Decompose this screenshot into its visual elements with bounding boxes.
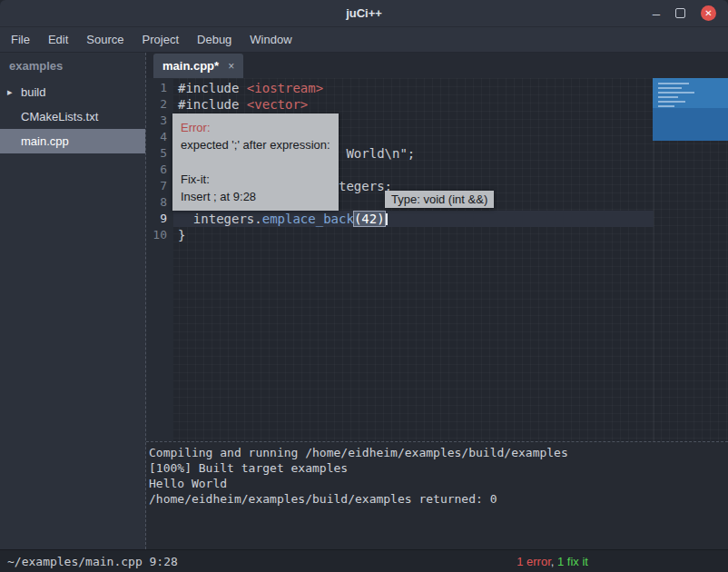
type-tooltip: Type: void (int &&) xyxy=(385,191,494,208)
code-line-1[interactable]: #include <iostream> xyxy=(173,80,728,96)
terminal-output[interactable]: Compiling and running /home/eidheim/exam… xyxy=(146,441,728,549)
code-segment: <iostream> xyxy=(247,81,323,95)
line-number-1: 1 xyxy=(146,80,173,96)
editor: 12345678910 #include <iostream>#include … xyxy=(146,78,728,441)
menu-item-window[interactable]: Window xyxy=(241,27,300,53)
code-segment: (42) xyxy=(354,212,385,226)
minimize-icon[interactable]: – xyxy=(653,6,660,20)
line-number-gutter: 12345678910 xyxy=(146,78,173,441)
minimap-line xyxy=(658,83,689,84)
code-segment: #include xyxy=(178,97,247,112)
tab-label: main.cpp* xyxy=(162,59,219,73)
tabbar: main.cpp*× xyxy=(146,53,728,78)
status-diagnostics: 1 error, 1 fix it xyxy=(516,555,588,568)
maximize-icon[interactable] xyxy=(675,8,685,18)
terminal-line: Compiling and running /home/eidheim/exam… xyxy=(149,445,728,460)
minimap-line xyxy=(658,87,682,89)
code-line-10[interactable]: } xyxy=(173,227,728,243)
file-tree-item-main-cpp[interactable]: main.cpp xyxy=(0,129,145,153)
code-segment: #include xyxy=(178,81,247,95)
file-label: CMakeLists.txt xyxy=(21,110,98,123)
titlebar: juCi++ – ✕ xyxy=(0,0,728,27)
error-tooltip-title: Error: xyxy=(181,119,330,136)
error-tooltip-message: expected ';' after expression: xyxy=(181,136,330,153)
tab-close-icon[interactable]: × xyxy=(228,60,234,73)
code-segment: integers. xyxy=(178,212,262,226)
file-tree-item-build[interactable]: ▸build xyxy=(0,80,145,104)
line-number-6: 6 xyxy=(146,162,173,178)
line-number-10: 10 xyxy=(146,227,173,243)
editor-column: main.cpp*× 12345678910 #include <iostrea… xyxy=(146,53,728,549)
minimap-line xyxy=(658,101,685,103)
error-tooltip-fixit-label: Fix-it: xyxy=(181,171,330,188)
line-number-8: 8 xyxy=(146,194,173,211)
menu-item-project[interactable]: Project xyxy=(133,27,188,53)
terminal-line: /home/eidheim/examples/build/examples re… xyxy=(149,491,728,507)
minimap-line xyxy=(658,96,678,98)
project-name: examples xyxy=(0,53,145,80)
status-error-count: 1 error xyxy=(516,555,551,568)
line-number-9: 9 xyxy=(146,211,173,227)
line-number-7: 7 xyxy=(146,178,173,194)
code-segment: } xyxy=(178,228,185,242)
menu-item-file[interactable]: File xyxy=(2,27,39,53)
file-label: build xyxy=(21,85,45,99)
status-separator: , xyxy=(551,555,557,568)
minimap-line xyxy=(658,92,694,94)
file-tree: ▸buildCMakeLists.txtmain.cpp xyxy=(0,80,145,153)
error-tooltip-gap xyxy=(181,153,330,171)
code-segment: emplace_back xyxy=(262,212,354,226)
menubar: FileEditSourceProjectDebugWindow xyxy=(0,27,728,53)
terminal-line: [100%] Built target examples xyxy=(149,460,728,476)
tab-main-cpp[interactable]: main.cpp*× xyxy=(153,54,243,78)
error-tooltip-fixit-text: Insert ; at 9:28 xyxy=(181,188,330,205)
status-fixit-count: 1 fix it xyxy=(557,555,588,568)
chevron-right-icon[interactable]: ▸ xyxy=(7,86,21,98)
line-number-2: 2 xyxy=(146,96,173,113)
code-line-2[interactable]: #include <vector> xyxy=(173,96,728,113)
text-cursor xyxy=(386,213,388,225)
menu-item-edit[interactable]: Edit xyxy=(39,27,77,53)
file-tree-item-cmakelists-txt[interactable]: CMakeLists.txt xyxy=(0,104,145,129)
error-tooltip: Error: expected ';' after expression: Fi… xyxy=(172,113,339,211)
code-line-9[interactable]: integers.emplace_back(42) xyxy=(173,211,728,227)
minimap-line xyxy=(658,105,674,107)
statusbar: ~/examples/main.cpp 9:28 1 error, 1 fix … xyxy=(0,549,728,572)
terminal-line: Hello World xyxy=(149,476,728,491)
file-explorer: examples ▸buildCMakeLists.txtmain.cpp xyxy=(0,53,146,549)
status-file-position: ~/examples/main.cpp 9:28 xyxy=(7,555,178,568)
window-title: juCi++ xyxy=(0,6,728,20)
line-number-5: 5 xyxy=(146,145,173,162)
minimap[interactable] xyxy=(653,78,728,141)
file-label: main.cpp xyxy=(21,134,69,148)
app-window: juCi++ – ✕ FileEditSourceProjectDebugWin… xyxy=(0,0,728,572)
menu-item-source[interactable]: Source xyxy=(77,27,133,53)
minimap-code-lines xyxy=(658,83,694,107)
main-area: examples ▸buildCMakeLists.txtmain.cpp ma… xyxy=(0,53,728,549)
code-segment: <vector> xyxy=(247,97,308,112)
window-controls: – ✕ xyxy=(653,5,728,21)
line-number-3: 3 xyxy=(146,113,173,129)
line-number-4: 4 xyxy=(146,129,173,145)
menu-item-debug[interactable]: Debug xyxy=(188,27,241,53)
close-icon[interactable]: ✕ xyxy=(701,5,716,21)
